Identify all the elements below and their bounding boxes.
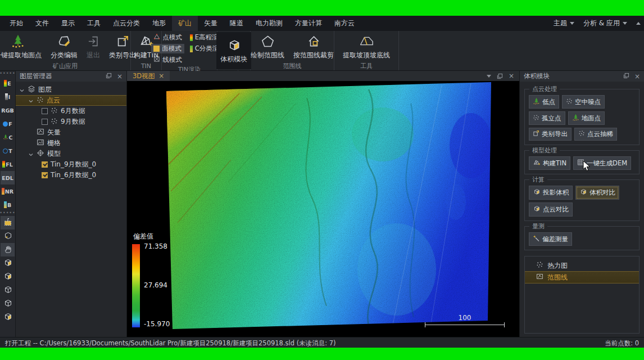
exit-icon [87,33,100,49]
tree-node-sept-data[interactable]: 9月数据 [16,116,126,127]
deviation-measure-button[interactable]: 偏差测量 [529,232,572,246]
close-panel-icon[interactable]: × [634,74,640,79]
tree-node-pointcloud[interactable]: 点云 [16,95,126,106]
analysis-app-dropdown[interactable]: 分析 & 应用 [583,19,627,28]
tree-node-june-data[interactable]: 6月数据 [16,106,126,116]
tool-flight-render[interactable]: F [1,117,15,130]
button-label: 一键提取地面点 [0,51,42,60]
menu-item-tools[interactable]: 工具 [81,16,107,31]
extract-ground-button[interactable]: 一键提取地面点 [0,32,46,61]
tool-intensity-render[interactable]: I [1,90,15,104]
menu-item-mine[interactable]: 矿山 [172,16,198,31]
close-tab-icon[interactable]: × [158,73,164,79]
button-label: 低点 [542,98,555,106]
volume-compare-button[interactable]: 体积对比 [575,186,619,200]
checkbox-checked[interactable] [42,172,48,178]
checkbox-unchecked[interactable] [42,119,48,125]
close-panel-icon[interactable]: × [117,74,123,79]
tab-3d-view[interactable]: 3D视图 × [127,71,170,81]
layer-panel-header: 图层管理器 × [16,71,126,82]
tool-pan[interactable] [1,243,15,256]
dots-icon [566,98,573,106]
colorbar-icon [4,80,7,87]
class-export-button[interactable]: 类别导出 [529,128,572,141]
menu-item-vector[interactable]: 矢量 [198,16,224,31]
ground-points-button[interactable]: 地面点 [568,111,605,125]
tool-elevation-render[interactable]: E [1,76,15,90]
line-mode-button[interactable]: 线模式 [151,55,184,65]
classify-edit-button[interactable]: 分类编辑 [47,32,81,61]
tree-node-model[interactable]: 模型 [16,148,126,159]
checkbox-checked[interactable] [42,161,48,168]
tool-cube-view-1[interactable] [1,256,15,270]
tree-node-raster[interactable]: 栅格 [16,138,126,148]
tab-list-icon[interactable] [487,75,491,78]
legend-colorbar [132,244,140,327]
3d-viewport[interactable]: 偏差值 71.358 27.694 -15.970 100 [127,81,519,337]
tool-rgb-render[interactable]: RGB [1,104,15,117]
tool-time-render[interactable]: T [1,144,15,158]
menu-item-terrain[interactable]: 地形 [146,16,172,31]
low-points-button[interactable]: 低点 [529,95,559,109]
float-view-icon[interactable] [497,71,503,82]
tool-nr-render[interactable]: NR [1,184,15,198]
screen-capture-artifact-bottom [0,348,644,360]
chevron-down-icon [28,98,34,104]
list-item-heatmap[interactable]: 热力图 [525,260,639,271]
tree-node-vector[interactable]: 矢量 [16,127,126,138]
thin-pointcloud-button[interactable]: 点云抽稀 [574,128,617,141]
isolated-points-button[interactable]: 孤立点 [529,111,565,125]
tree-icon [3,134,8,141]
chevron-down-icon [623,22,627,25]
tool-cube-view-5[interactable] [1,310,15,324]
menu-item-volume-calc[interactable]: 方量计算 [289,16,328,31]
tool-box-select[interactable] [1,216,15,230]
menu-item-pointcloud-classify[interactable]: 点云分类 [107,16,146,31]
scale-bar-value: 100 [425,314,505,322]
mouse-cursor [582,160,592,172]
point-mode-icon [153,33,160,42]
menu-item-display[interactable]: 显示 [55,16,81,31]
menu-item-file[interactable]: 文件 [29,16,55,31]
tree-label: 栅格 [47,138,61,148]
volume-module-button[interactable]: 体积模块 [216,32,251,69]
tool-class-render[interactable]: C [1,130,15,144]
tool-fl-render[interactable]: FL [1,158,15,171]
tool-edl-render[interactable]: EDL [1,171,15,184]
tool-cube-view-3[interactable] [1,284,15,297]
tool-cube-view-2[interactable] [1,270,15,284]
list-item-boundary[interactable]: 范围线 [525,271,639,284]
clock-icon [3,148,8,154]
tree-node-tin-sept[interactable]: Tin_9月数据_0 [16,159,126,170]
menu-item-tunnel[interactable]: 隧道 [224,16,250,31]
clip-by-boundary-button[interactable]: 按范围线裁剪 [289,32,338,61]
pointcloud-compare-button[interactable]: 点云对比 [529,202,573,217]
ribbon-group-label: 工具 [334,62,398,70]
projection-volume-button[interactable]: 投影体积 [529,186,573,200]
tree-node-tin-june[interactable]: Tin_6月数据_0 [16,170,126,181]
collapse-ribbon-icon[interactable] [636,22,641,25]
theme-dropdown[interactable]: 主题 [554,19,574,28]
float-panel-icon[interactable] [106,73,112,80]
tool-cube-select[interactable] [1,230,15,243]
air-noise-button[interactable]: 空中噪点 [562,95,605,109]
tool-blend-render[interactable]: B [1,198,15,212]
vector-icon [37,128,44,137]
float-panel-icon[interactable] [623,73,629,80]
close-view-icon[interactable]: × [509,73,514,79]
cube-dot-icon [3,231,13,242]
build-tin-button[interactable]: 构建TIN [529,156,570,170]
draw-boundary-button[interactable]: 绘制范围线 [247,32,288,61]
menu-item-start[interactable]: 开始 [3,16,29,31]
tree-node-layers[interactable]: 图层 [16,84,126,95]
extract-slope-lines-button[interactable]: 提取坡顶坡底线 [339,32,394,61]
button-label: 点云对比 [543,205,569,214]
tool-glyph: RGB [1,107,13,114]
checkbox-unchecked[interactable] [42,108,48,114]
legend-max-value: 71.358 [144,242,170,250]
menu-item-south-cloud[interactable]: 南方云 [328,16,361,31]
face-mode-button[interactable]: 面模式 [151,44,184,53]
point-mode-button[interactable]: 点模式 [151,33,184,42]
tool-cube-view-4[interactable] [1,297,15,310]
menu-item-power-survey[interactable]: 电力勘测 [250,16,289,31]
